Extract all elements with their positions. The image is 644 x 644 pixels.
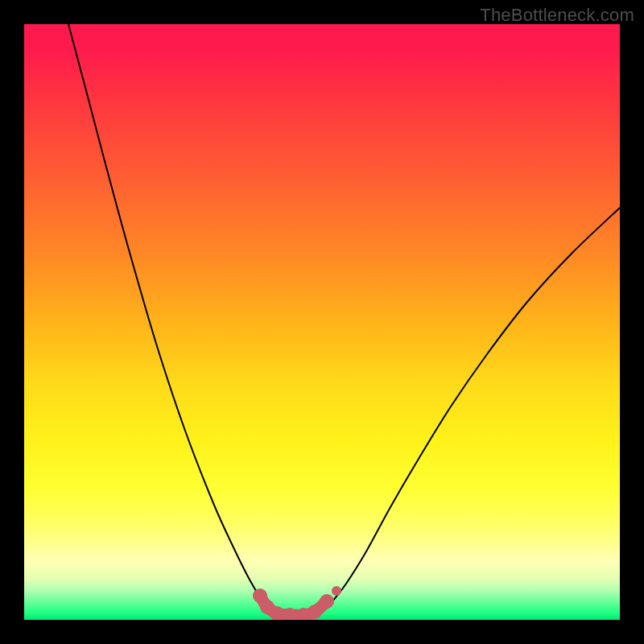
- trough-marker-dot: [332, 586, 341, 596]
- trough-marker-dot: [320, 594, 334, 609]
- bottleneck-chart: [24, 24, 620, 620]
- trough-marker-dot: [308, 605, 322, 619]
- chart-plot-area: [24, 24, 620, 620]
- watermark-text: TheBottleneck.com: [480, 5, 634, 26]
- bottleneck-curve-line: [68, 24, 620, 618]
- trough-marker-dots: [253, 586, 341, 620]
